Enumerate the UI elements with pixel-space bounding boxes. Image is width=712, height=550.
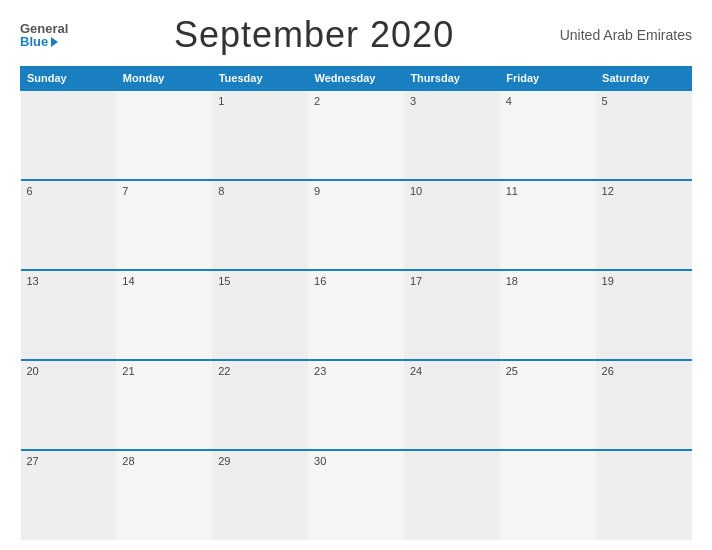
day-number: 4 <box>506 95 512 107</box>
month-title: September 2020 <box>174 14 454 56</box>
calendar-cell: 4 <box>500 90 596 180</box>
weekday-monday: Monday <box>116 67 212 91</box>
day-number: 14 <box>122 275 134 287</box>
day-number: 3 <box>410 95 416 107</box>
day-number: 16 <box>314 275 326 287</box>
week-row-1: 6789101112 <box>21 180 692 270</box>
weekday-thursday: Thursday <box>404 67 500 91</box>
calendar-cell: 20 <box>21 360 117 450</box>
calendar-cell: 11 <box>500 180 596 270</box>
calendar-cell: 5 <box>596 90 692 180</box>
logo-blue-row: Blue <box>20 35 58 48</box>
calendar-header: General Blue September 2020 United Arab … <box>20 10 692 60</box>
day-number: 21 <box>122 365 134 377</box>
day-number: 15 <box>218 275 230 287</box>
weekday-sunday: Sunday <box>21 67 117 91</box>
day-number: 18 <box>506 275 518 287</box>
day-number: 8 <box>218 185 224 197</box>
weekday-friday: Friday <box>500 67 596 91</box>
day-number: 13 <box>27 275 39 287</box>
calendar-cell: 25 <box>500 360 596 450</box>
calendar-cell: 24 <box>404 360 500 450</box>
weekday-wednesday: Wednesday <box>308 67 404 91</box>
day-number: 28 <box>122 455 134 467</box>
calendar-cell: 22 <box>212 360 308 450</box>
weekday-saturday: Saturday <box>596 67 692 91</box>
day-number: 1 <box>218 95 224 107</box>
day-number: 22 <box>218 365 230 377</box>
calendar-cell <box>21 90 117 180</box>
week-row-0: 12345 <box>21 90 692 180</box>
day-number: 27 <box>27 455 39 467</box>
calendar-cell: 28 <box>116 450 212 540</box>
calendar-cell: 7 <box>116 180 212 270</box>
logo: General Blue <box>20 22 68 48</box>
day-number: 29 <box>218 455 230 467</box>
day-number: 5 <box>602 95 608 107</box>
calendar-cell: 3 <box>404 90 500 180</box>
day-number: 20 <box>27 365 39 377</box>
calendar-cell: 17 <box>404 270 500 360</box>
day-number: 30 <box>314 455 326 467</box>
week-row-2: 13141516171819 <box>21 270 692 360</box>
day-number: 6 <box>27 185 33 197</box>
calendar-cell: 10 <box>404 180 500 270</box>
calendar-table: SundayMondayTuesdayWednesdayThursdayFrid… <box>20 66 692 540</box>
calendar-cell: 18 <box>500 270 596 360</box>
week-row-3: 20212223242526 <box>21 360 692 450</box>
weekday-header-row: SundayMondayTuesdayWednesdayThursdayFrid… <box>21 67 692 91</box>
calendar-cell: 29 <box>212 450 308 540</box>
country-label: United Arab Emirates <box>560 27 692 43</box>
calendar-cell: 26 <box>596 360 692 450</box>
calendar-cell: 27 <box>21 450 117 540</box>
day-number: 23 <box>314 365 326 377</box>
calendar-cell <box>500 450 596 540</box>
calendar-cell: 16 <box>308 270 404 360</box>
calendar-cell <box>116 90 212 180</box>
calendar-cell: 12 <box>596 180 692 270</box>
day-number: 12 <box>602 185 614 197</box>
day-number: 7 <box>122 185 128 197</box>
day-number: 11 <box>506 185 518 197</box>
calendar-cell: 2 <box>308 90 404 180</box>
day-number: 19 <box>602 275 614 287</box>
calendar-cell: 30 <box>308 450 404 540</box>
calendar-cell <box>596 450 692 540</box>
week-row-4: 27282930 <box>21 450 692 540</box>
logo-triangle-icon <box>51 37 58 47</box>
logo-blue-text: Blue <box>20 35 48 48</box>
calendar-cell: 19 <box>596 270 692 360</box>
day-number: 10 <box>410 185 422 197</box>
day-number: 26 <box>602 365 614 377</box>
day-number: 9 <box>314 185 320 197</box>
calendar-cell: 23 <box>308 360 404 450</box>
calendar-cell: 13 <box>21 270 117 360</box>
day-number: 25 <box>506 365 518 377</box>
calendar-header-row: SundayMondayTuesdayWednesdayThursdayFrid… <box>21 67 692 91</box>
weekday-tuesday: Tuesday <box>212 67 308 91</box>
calendar-cell: 8 <box>212 180 308 270</box>
day-number: 2 <box>314 95 320 107</box>
calendar-body: 1234567891011121314151617181920212223242… <box>21 90 692 540</box>
calendar-cell: 14 <box>116 270 212 360</box>
calendar-cell: 1 <box>212 90 308 180</box>
calendar-cell: 15 <box>212 270 308 360</box>
day-number: 17 <box>410 275 422 287</box>
calendar-cell: 9 <box>308 180 404 270</box>
calendar-cell <box>404 450 500 540</box>
calendar-cell: 6 <box>21 180 117 270</box>
calendar-cell: 21 <box>116 360 212 450</box>
day-number: 24 <box>410 365 422 377</box>
